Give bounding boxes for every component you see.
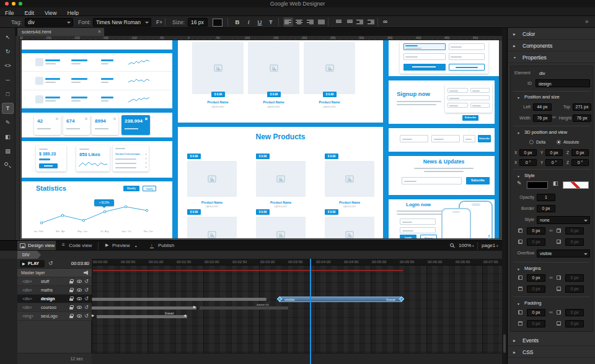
pen-tool[interactable]: ✎: [2, 118, 13, 128]
keyframe-arrow-icon[interactable]: ▸: [193, 304, 196, 310]
ordered-list-button[interactable]: [333, 17, 343, 27]
layer-row-seuLogo[interactable]: <img>seuLogo↺: [17, 312, 92, 321]
link-values-icon[interactable]: ∞: [549, 310, 553, 316]
lock-icon[interactable]: [69, 298, 73, 301]
chevron-down-icon[interactable]: ▼: [517, 267, 520, 271]
list-row[interactable]: [22, 72, 172, 90]
tab-design-view[interactable]: Design view: [17, 241, 56, 251]
page-select[interactable]: page1: [482, 243, 495, 248]
fill-none-swatch[interactable]: [563, 181, 589, 189]
text-tool[interactable]: T: [2, 103, 13, 113]
margin-input[interactable]: 0 px: [565, 274, 584, 282]
breadcrumb[interactable]: DIV: [17, 251, 41, 259]
panel-section-color[interactable]: ▶Color: [508, 28, 595, 40]
panel-section-css[interactable]: ▶CSS: [508, 346, 595, 358]
message-close-icon[interactable]: ×: [145, 152, 147, 156]
corner-radius-input[interactable]: 0 px: [527, 227, 545, 235]
loop-icon[interactable]: ↺: [84, 288, 89, 293]
master-layer-row[interactable]: Master layer: [17, 269, 92, 277]
link-dimensions-icon[interactable]: ∞: [552, 115, 556, 121]
translate-z-input[interactable]: 0 px: [571, 149, 589, 156]
margin-input[interactable]: 0 px: [527, 274, 545, 282]
lock-icon[interactable]: [69, 307, 73, 310]
keyframe-span-selected[interactable]: visible linear: [279, 297, 402, 302]
fill-bucket-icon[interactable]: ◧: [553, 180, 558, 186]
font-select[interactable]: Times New Roman: [93, 18, 151, 27]
lock-icon[interactable]: [69, 281, 73, 284]
padding-input[interactable]: 0 px: [565, 320, 584, 327]
opacity-input[interactable]: 1: [537, 194, 555, 201]
loop-toggle-icon[interactable]: ↺: [48, 260, 53, 266]
document-tab[interactable]: solers4d.html ×: [17, 28, 104, 36]
track-bar[interactable]: [92, 306, 196, 310]
panel-section-properties[interactable]: ▼Properties: [508, 51, 595, 63]
playhead[interactable]: [310, 259, 311, 364]
track-bar[interactable]: [92, 298, 267, 301]
track-bar[interactable]: [97, 315, 187, 318]
align-center-button[interactable]: [294, 17, 304, 27]
size-input[interactable]: 16 px: [188, 18, 208, 27]
align-right-button[interactable]: [306, 17, 315, 27]
transform-tool[interactable]: ↻: [2, 46, 13, 56]
rotate-x-input[interactable]: 0 °: [519, 159, 537, 166]
shape-tool[interactable]: □: [2, 89, 13, 99]
eye-icon[interactable]: [77, 314, 82, 318]
border-width-input[interactable]: 0 px: [537, 205, 555, 212]
height-input[interactable]: 76 px: [573, 115, 591, 122]
line-tool[interactable]: ─: [2, 75, 13, 85]
loop-icon[interactable]: ↺: [84, 297, 89, 301]
link-values-icon[interactable]: ∞: [549, 228, 553, 234]
canvas[interactable]: 426748994238.994 $ 389.23 853 Likes You …: [20, 40, 502, 240]
document-tab-close-icon[interactable]: ×: [98, 28, 101, 36]
timeline-tracks[interactable]: 00:00:0000:00:5000:01:0000:01:5000:02:00…: [92, 259, 502, 364]
track-bar-dim[interactable]: [200, 306, 288, 310]
corner-radius-input[interactable]: 0 px: [527, 238, 545, 246]
tag-tool[interactable]: <>: [2, 61, 13, 71]
keyframe-arrow-icon[interactable]: ◂: [183, 313, 186, 319]
link-icon[interactable]: ∞: [383, 18, 387, 25]
panel-section-events[interactable]: ▶Events: [508, 334, 595, 346]
layer-row-stuff[interactable]: <div>stuff↺: [17, 277, 92, 286]
chevron-down-icon[interactable]: ▼: [517, 302, 520, 306]
layer-row-maths[interactable]: <div>maths↺: [17, 286, 92, 295]
rotate-y-input[interactable]: 0 °: [545, 159, 563, 166]
message-close-icon[interactable]: ×: [145, 165, 147, 169]
translate-y-input[interactable]: 0 px: [545, 149, 563, 156]
zoom-tool[interactable]: [2, 160, 13, 170]
layer-row-coursoo[interactable]: <div>coursoo↺: [17, 303, 92, 312]
rotate-z-input[interactable]: 0 °: [571, 159, 589, 166]
text-color-swatch[interactable]: [213, 19, 223, 27]
layer-row-design[interactable]: <div>design↺: [17, 295, 92, 303]
underline-button[interactable]: U: [255, 17, 265, 27]
tab-publish[interactable]: ↓ Publish: [148, 241, 181, 251]
italic-button[interactable]: I: [244, 17, 253, 27]
corner-radius-input[interactable]: 0 px: [565, 227, 584, 235]
panel-section-components[interactable]: ▶Components: [508, 40, 595, 51]
tab-code-view[interactable]: ≡ Code view: [60, 241, 94, 251]
scrollbar-thumb[interactable]: [503, 334, 506, 353]
chevron-down-icon[interactable]: ▼: [517, 131, 520, 135]
width-input[interactable]: 76 px: [533, 115, 552, 122]
loop-icon[interactable]: ↺: [84, 314, 89, 319]
list-row[interactable]: [22, 90, 172, 109]
translate-x-input[interactable]: 0 px: [519, 149, 537, 156]
gradient-tool[interactable]: ▨: [2, 146, 13, 156]
eye-icon[interactable]: [77, 288, 82, 292]
indent-increase-button[interactable]: [366, 17, 376, 27]
eye-icon[interactable]: [77, 280, 82, 283]
tag-select[interactable]: div: [25, 18, 73, 27]
play-button[interactable]: ▶ PLAY: [20, 260, 45, 267]
chevron-down-icon[interactable]: ▼: [517, 96, 520, 100]
eye-icon[interactable]: [77, 306, 82, 309]
top-input[interactable]: 271 px: [573, 103, 591, 111]
timeline-ruler[interactable]: 00:00:0000:00:5000:01:0000:01:5000:02:00…: [92, 259, 502, 266]
chevron-down-icon[interactable]: ▾: [496, 244, 498, 248]
list-row[interactable]: [22, 53, 172, 72]
fill-tool[interactable]: ◧: [2, 132, 13, 142]
add-font-button[interactable]: F+: [156, 19, 162, 25]
message-close-icon[interactable]: ×: [145, 157, 147, 160]
unordered-list-button[interactable]: [344, 17, 354, 27]
indent-decrease-button[interactable]: [355, 17, 365, 27]
tab-preview[interactable]: ▶ Preview ▴: [103, 241, 141, 251]
keyframe-audio-icon[interactable]: [84, 271, 88, 275]
